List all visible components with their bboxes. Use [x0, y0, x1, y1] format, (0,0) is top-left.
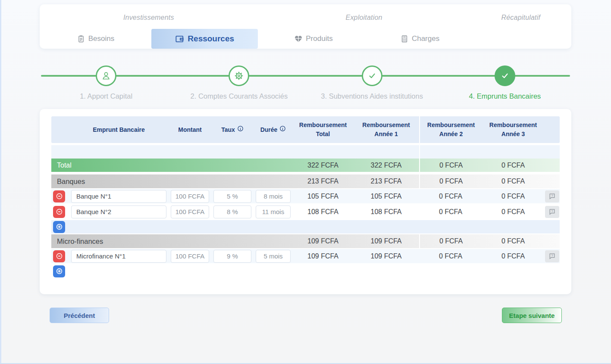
loan-duree-input[interactable]: [256, 205, 291, 218]
section-label-recapitulatif: Récapitulatif: [470, 14, 571, 22]
gear-icon: [234, 71, 244, 81]
row-remboursement-annee1: 109 FCFA: [353, 249, 419, 263]
group-remboursement-annee1: 109 FCFA: [353, 234, 419, 248]
header-taux: Taux: [211, 116, 254, 143]
loan-row-banque-2: 108 FCFA 108 FCFA 0 FCFA 0 FCFA ?: [51, 205, 560, 219]
group-row-banques: Banques 213 FCFA 213 FCFA 0 FCFA 0 FCFA: [51, 174, 560, 188]
group-remboursement-annee3: 0 FCFA: [482, 234, 544, 248]
tab-label: Produits: [306, 34, 332, 43]
tab-label: Charges: [412, 34, 439, 43]
tab-charges[interactable]: Charges: [369, 29, 470, 49]
loan-name-input[interactable]: [71, 190, 166, 203]
plus-circle-icon: [56, 223, 63, 230]
svg-text:?: ?: [551, 194, 553, 198]
add-row-button[interactable]: [53, 265, 65, 277]
step-circle-4[interactable]: [495, 65, 515, 86]
info-icon[interactable]: [237, 125, 244, 132]
svg-text:?: ?: [551, 209, 553, 213]
group-label: Micro-finances: [51, 234, 293, 248]
group-remboursement-annee3: 0 FCFA: [482, 174, 544, 188]
minus-circle-icon: [56, 252, 63, 260]
tab-label: Besoins: [88, 34, 114, 43]
nav-card: Investissements Exploitation Récapitulat…: [40, 4, 571, 49]
heart-box-icon: [294, 34, 303, 43]
step-label: 2. Comptes Courants Associés: [191, 92, 288, 100]
tab-produits[interactable]: Produits: [258, 29, 370, 49]
section-label-investissements: Investissements: [40, 14, 258, 22]
info-icon[interactable]: [279, 125, 286, 132]
loan-montant-input[interactable]: [171, 205, 209, 218]
add-row-button[interactable]: [53, 221, 65, 233]
row-remboursement-annee1: 108 FCFA: [353, 205, 419, 219]
step-apport-capital: 1. Apport Capital: [40, 60, 172, 101]
person-icon: [101, 71, 111, 81]
step-label: 1. Apport Capital: [80, 92, 132, 100]
nav-tabs: Besoins Ressources Produits Charges: [40, 29, 571, 49]
total-remboursement-annee3: 0 FCFA: [482, 159, 544, 172]
header-remove-col: [51, 116, 69, 143]
comment-question-icon: ?: [548, 208, 556, 215]
tab-ressources[interactable]: Ressources: [151, 29, 258, 49]
minus-circle-icon: [56, 193, 63, 200]
loan-taux-input[interactable]: [213, 190, 251, 203]
tab-besoins[interactable]: Besoins: [40, 29, 151, 49]
row-remboursement-annee2: 0 FCFA: [419, 205, 482, 219]
loan-taux-input[interactable]: [213, 205, 251, 218]
tab-label: Ressources: [188, 34, 234, 44]
comment-button[interactable]: ?: [545, 206, 559, 218]
header-remboursement-annee1: Remboursement Année 1: [353, 116, 419, 143]
header-remboursement-total: Remboursement Total: [293, 116, 353, 143]
header-comment-col: [544, 116, 560, 143]
step-label: 3. Subventions Aides institutions: [321, 92, 423, 100]
step-comptes-courants: 2. Comptes Courants Associés: [172, 60, 305, 101]
loan-row-microfinance-1: 109 FCFA 109 FCFA 0 FCFA 0 FCFA ?: [51, 249, 560, 263]
comment-question-icon: ?: [548, 193, 556, 200]
loan-name-input[interactable]: [71, 250, 166, 263]
loan-taux-input[interactable]: [213, 250, 251, 263]
step-emprunts-bancaires: 4. Emprunts Bancaires: [439, 60, 571, 101]
total-label: Total: [51, 159, 293, 172]
total-row: Total 322 FCFA 322 FCFA 0 FCFA 0 FCFA: [51, 159, 560, 172]
loan-montant-input[interactable]: [171, 190, 209, 203]
loans-table-card: Emprunt Bancaire Montant Taux Durée Remb…: [40, 109, 571, 294]
add-row-banques: [51, 220, 560, 233]
svg-text:?: ?: [551, 254, 553, 258]
comment-question-icon: ?: [548, 252, 556, 260]
calculator-icon: [400, 34, 409, 43]
loan-row-banque-1: 105 FCFA 105 FCFA 0 FCFA 0 FCFA ?: [51, 189, 560, 203]
step-circle-2[interactable]: [229, 65, 249, 86]
loan-duree-input[interactable]: [256, 190, 291, 203]
row-remboursement-total: 105 FCFA: [293, 189, 353, 203]
header-remboursement-annee3: Remboursement Année 3: [482, 116, 544, 143]
remove-row-button[interactable]: [53, 190, 65, 202]
next-step-button[interactable]: Etape suivante: [502, 308, 562, 323]
group-label: Banques: [51, 174, 293, 188]
group-remboursement-total: 109 FCFA: [293, 234, 353, 248]
comment-button[interactable]: ?: [545, 190, 559, 202]
loan-name-input[interactable]: [71, 205, 166, 218]
nav-sections: Investissements Exploitation Récapitulat…: [40, 14, 571, 22]
check-icon: [367, 71, 377, 81]
plus-circle-icon: [56, 268, 63, 275]
row-remboursement-annee3: 0 FCFA: [482, 205, 544, 219]
remove-row-button[interactable]: [53, 206, 65, 218]
page-left-edge: [0, 0, 1, 364]
remove-row-button[interactable]: [53, 250, 65, 262]
row-remboursement-annee3: 0 FCFA: [482, 189, 544, 203]
previous-step-button[interactable]: Précédent: [50, 308, 109, 323]
step-circle-1[interactable]: [96, 65, 116, 86]
loan-duree-input[interactable]: [256, 250, 291, 263]
step-circle-3[interactable]: [362, 65, 382, 86]
loan-montant-input[interactable]: [171, 250, 209, 263]
group-row-micro-finances: Micro-finances 109 FCFA 109 FCFA 0 FCFA …: [51, 234, 560, 248]
stepper: 1. Apport Capital: [40, 60, 571, 101]
row-remboursement-annee2: 0 FCFA: [419, 249, 482, 263]
check-icon: [500, 71, 510, 81]
minus-circle-icon: [56, 208, 63, 215]
row-remboursement-total: 108 FCFA: [293, 205, 353, 219]
wallet-icon: [175, 34, 185, 44]
comment-button[interactable]: ?: [545, 250, 559, 262]
step-subventions: 3. Subventions Aides institutions: [306, 60, 439, 101]
section-label-exploitation: Exploitation: [258, 14, 470, 22]
row-remboursement-annee2: 0 FCFA: [419, 189, 482, 203]
